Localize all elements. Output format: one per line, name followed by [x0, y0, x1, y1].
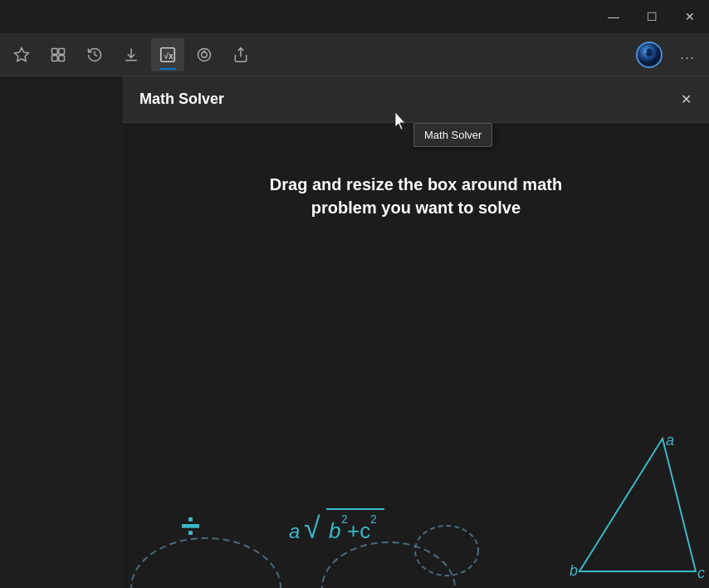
- mouse-cursor: [395, 112, 405, 129]
- panel-content: Drag and resize the box around math prob…: [123, 123, 709, 588]
- minimize-button[interactable]: —: [594, 0, 633, 33]
- svg-marker-29: [395, 112, 405, 130]
- svg-point-27: [415, 526, 478, 576]
- panel-title: Math Solver: [139, 91, 224, 108]
- svg-marker-22: [579, 439, 696, 571]
- svg-text:a: a: [289, 520, 300, 542]
- math-solver-tooltip: Math Solver: [413, 123, 492, 147]
- math-illustration: ÷ a √ b 2 +c 2 a b: [123, 405, 709, 588]
- svg-text:√x: √x: [164, 51, 174, 60]
- title-bar: — ☐ ✕: [0, 0, 709, 33]
- panel-close-button[interactable]: ✕: [672, 86, 699, 113]
- svg-text:a: a: [666, 432, 674, 448]
- share-button[interactable]: [224, 38, 257, 71]
- svg-point-26: [322, 542, 455, 588]
- svg-point-9: [203, 50, 206, 52]
- left-panel: [0, 76, 123, 588]
- history-button[interactable]: [78, 38, 111, 71]
- math-solver-panel: Math Solver ✕ Drag and resize the box ar…: [123, 76, 709, 588]
- favorites-button[interactable]: [5, 38, 38, 71]
- more-button[interactable]: ...: [671, 38, 704, 71]
- svg-rect-1: [52, 48, 58, 54]
- close-button[interactable]: ✕: [671, 0, 709, 33]
- svg-rect-2: [59, 48, 65, 54]
- svg-point-28: [131, 538, 281, 588]
- svg-marker-0: [15, 47, 29, 61]
- instruction-text: Drag and resize the box around math prob…: [270, 173, 562, 219]
- avatar[interactable]: [636, 42, 663, 68]
- svg-text:√: √: [304, 511, 320, 545]
- collections-button[interactable]: [42, 38, 75, 71]
- svg-rect-4: [59, 55, 65, 61]
- pen-button[interactable]: [188, 38, 221, 71]
- svg-text:+c: +c: [347, 518, 370, 543]
- maximize-button[interactable]: ☐: [633, 0, 671, 33]
- downloads-button[interactable]: [115, 38, 148, 71]
- title-bar-controls: — ☐ ✕: [594, 0, 709, 33]
- svg-point-8: [202, 51, 208, 57]
- svg-point-13: [644, 49, 648, 53]
- svg-text:2: 2: [370, 512, 377, 526]
- svg-text:c: c: [697, 565, 705, 581]
- svg-text:b: b: [329, 518, 340, 543]
- panel-header: Math Solver ✕: [123, 76, 709, 123]
- math-solver-button[interactable]: √x: [151, 38, 184, 71]
- svg-text:b: b: [570, 562, 578, 579]
- toolbar: √x: [0, 33, 709, 76]
- svg-rect-3: [52, 55, 58, 61]
